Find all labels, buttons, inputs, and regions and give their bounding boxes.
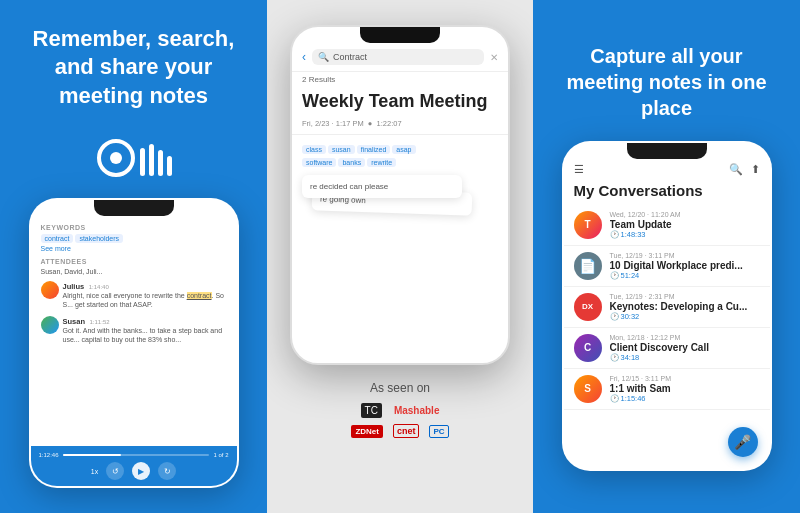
julius-text: Alright, nice call everyone to rewrite t… (63, 291, 227, 309)
clock-icon-0: 🕐 (610, 230, 619, 239)
meeting-date: Fri, 2/23 · 1:17 PM (302, 119, 364, 128)
search-header-icon[interactable]: 🔍 (729, 163, 743, 176)
conv-avatar-0: T (574, 211, 602, 239)
conversation-item-3[interactable]: C Mon, 12/18 · 12:12 PM Client Discovery… (564, 328, 770, 369)
svg-rect-2 (140, 148, 145, 176)
julius-content: Julius 1:14:40 Alright, nice call everyo… (63, 281, 227, 309)
conv-date-4: Fri, 12/15 · 3:11 PM (610, 375, 760, 382)
conv-name-4: 1:1 with Sam (610, 383, 760, 394)
conv-name-2: Keynotes: Developing a Cu... (610, 301, 760, 312)
search-box[interactable]: 🔍 Contract (312, 49, 484, 65)
julius-bubble: Julius 1:14:40 Alright, nice call everyo… (41, 281, 227, 309)
clock-icon-1: 🕐 (610, 271, 619, 280)
upload-header-icon[interactable]: ⬆ (751, 163, 760, 176)
right-header: ☰ 🔍 ⬆ (564, 159, 770, 180)
susan-time: 1:11:52 (90, 319, 110, 325)
logo-icon (96, 138, 172, 178)
transcript-area: class susan finalized asap software bank… (292, 135, 508, 291)
conv-content-1: Tue, 12/19 · 3:11 PM 10 Digital Workplac… (610, 252, 760, 280)
as-seen-label: As seen on (351, 381, 448, 395)
conv-avatar-2: DX (574, 293, 602, 321)
conv-date-2: Tue, 12/19 · 2:31 PM (610, 293, 760, 300)
phone-notch-center (360, 27, 440, 43)
clock-icon-4: 🕐 (610, 394, 619, 403)
logo-bars-svg (140, 140, 172, 176)
attendees-label: ATTENDEES (41, 258, 227, 265)
conversation-item-0[interactable]: T Wed, 12/20 · 11:20 AM Team Update 🕐 1:… (564, 205, 770, 246)
conversation-item-2[interactable]: DX Tue, 12/19 · 2:31 PM Keynotes: Develo… (564, 287, 770, 328)
center-header: ‹ 🔍 Contract ✕ (292, 43, 508, 72)
conv-name-0: Team Update (610, 219, 760, 230)
tc-logo: TC (361, 403, 382, 418)
keyword-row-2: software banks rewrite (302, 158, 498, 167)
svg-rect-3 (149, 144, 154, 176)
svg-rect-5 (167, 156, 172, 176)
conv-content-3: Mon, 12/18 · 12:12 PM Client Discovery C… (610, 334, 760, 362)
logo-circle-svg (96, 138, 136, 178)
svg-rect-4 (158, 150, 163, 176)
julius-name: Julius (63, 282, 85, 291)
page-indicator: 1 of 2 (213, 452, 228, 458)
attendee-names: Susan, David, Juli... (41, 268, 227, 275)
forward-button[interactable]: ↻ (158, 462, 176, 480)
conversation-item-4[interactable]: S Fri, 12/15 · 3:11 PM 1:1 with Sam 🕐 1:… (564, 369, 770, 410)
see-more[interactable]: See more (41, 245, 227, 252)
phone-notch-right (627, 143, 707, 159)
svg-point-1 (110, 152, 122, 164)
phone-notch-left (94, 200, 174, 216)
zdnet-logo: ZDNet (351, 425, 383, 438)
center-phone-wrap: ‹ 🔍 Contract ✕ 2 Results Weekly Team Mee… (290, 10, 510, 503)
progress-time: 1:12:46 (39, 452, 59, 458)
right-panel: Capture all your meeting notes in one pl… (533, 0, 800, 513)
conv-date-1: Tue, 12/19 · 3:11 PM (610, 252, 760, 259)
clock-icon-3: 🕐 (610, 353, 619, 362)
conversation-item-1[interactable]: 📄 Tue, 12/19 · 3:11 PM 10 Digital Workpl… (564, 246, 770, 287)
hamburger-icon[interactable]: ☰ (574, 163, 584, 176)
conv-date-0: Wed, 12/20 · 11:20 AM (610, 211, 760, 218)
phone-left: KEYWORDS contract stakeholders See more … (29, 198, 239, 488)
meeting-meta: Fri, 2/23 · 1:17 PM ● 1:22:07 (292, 117, 508, 135)
clear-icon[interactable]: ✕ (490, 52, 498, 63)
play-button[interactable]: ▶ (132, 462, 150, 480)
search-text: Contract (333, 52, 367, 62)
meeting-duration: 1:22:07 (377, 119, 402, 128)
playback-bar: 1:12:46 1 of 2 1x ↺ ▶ ↻ (31, 446, 237, 486)
julius-time: 1:14:40 (89, 284, 109, 290)
speed-label: 1x (91, 468, 98, 475)
keywords-label: KEYWORDS (41, 224, 227, 231)
header-icons: 🔍 ⬆ (729, 163, 760, 176)
keyword-row: class susan finalized asap (302, 145, 498, 154)
left-tagline: Remember, search, and share your meeting… (20, 25, 247, 111)
media-logos-row1: TC Mashable (351, 403, 448, 418)
chip-rewrite: rewrite (367, 158, 396, 167)
keyword-section: KEYWORDS contract stakeholders See more (41, 224, 227, 252)
chip-stakeholders: stakeholders (75, 234, 123, 243)
meeting-title: Weekly Team Meeting (292, 87, 508, 117)
left-screen: KEYWORDS contract stakeholders See more … (31, 216, 237, 357)
progress-track[interactable] (63, 454, 210, 456)
back-arrow-icon[interactable]: ‹ (302, 50, 306, 64)
conv-duration-3: 🕐 34:18 (610, 353, 760, 362)
conv-duration-1: 🕐 51:24 (610, 271, 760, 280)
conv-name-3: Client Discovery Call (610, 342, 760, 353)
center-panel: ‹ 🔍 Contract ✕ 2 Results Weekly Team Mee… (267, 0, 533, 513)
conv-avatar-1: 📄 (574, 252, 602, 280)
attendee-section: ATTENDEES Susan, David, Juli... (41, 258, 227, 275)
results-count: 2 Results (292, 72, 508, 87)
mic-fab-button[interactable]: 🎤 (728, 427, 758, 457)
conv-content-4: Fri, 12/15 · 3:11 PM 1:1 with Sam 🕐 1:15… (610, 375, 760, 403)
media-logos-row2: ZDNet cnet PC (351, 424, 448, 438)
chip-finalized: finalized (357, 145, 391, 154)
keyword-chips: contract stakeholders (41, 234, 227, 243)
transcript-card-front: re decided can please (302, 175, 462, 198)
conv-avatar-4: S (574, 375, 602, 403)
rewind-button[interactable]: ↺ (106, 462, 124, 480)
left-panel: Remember, search, and share your meeting… (0, 0, 267, 513)
controls-row: 1x ↺ ▶ ↻ (39, 462, 229, 480)
chip-contract: contract (41, 234, 74, 243)
conv-duration-0: 🕐 1:48:33 (610, 230, 760, 239)
transcript-text-front: re decided can please (310, 182, 388, 191)
susan-text: Got it. And with the banks... to take a … (63, 326, 227, 344)
julius-avatar (41, 281, 59, 299)
pc-logo: PC (429, 425, 448, 438)
